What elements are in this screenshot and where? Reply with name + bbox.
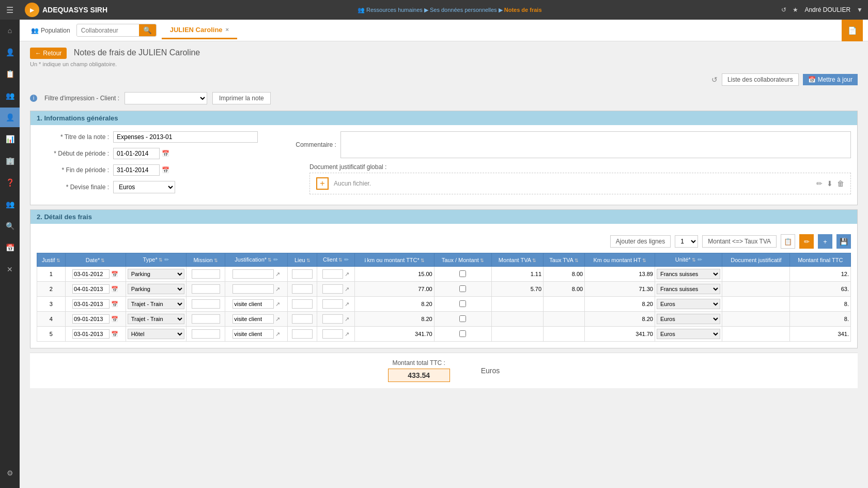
tab-close-button[interactable]: × xyxy=(226,26,229,33)
cell-lieu xyxy=(288,312,317,327)
sidebar-item-hr[interactable]: 👤 xyxy=(0,108,20,127)
cell-doc xyxy=(722,282,790,297)
cell-km-ttc: 8.20 xyxy=(354,312,434,327)
back-button[interactable]: ← Retour xyxy=(30,48,67,59)
cell-justification: ↗ xyxy=(225,267,288,282)
logo-icon: ▶ xyxy=(25,3,39,17)
edit-icon-button[interactable]: ✏ xyxy=(799,234,814,249)
link-icon[interactable]: ↗ xyxy=(275,316,280,322)
sidebar-item-users[interactable]: 👥 xyxy=(0,194,20,214)
cell-date: 📅 xyxy=(65,297,126,312)
list-collaborateurs-button[interactable]: Liste des collaborateurs xyxy=(722,73,799,86)
link-icon[interactable]: ↗ xyxy=(275,331,280,337)
page-title: Notes de frais de JULIEN Caroline xyxy=(74,48,200,57)
client-link-icon[interactable]: ↗ xyxy=(345,316,349,322)
link-icon[interactable]: ↗ xyxy=(275,301,280,307)
breadcrumb-part2[interactable]: Ses données personnelles xyxy=(430,7,497,13)
menu-button[interactable]: ☰ xyxy=(0,0,20,20)
cell-unite: Euros Euros Francs suisses xyxy=(655,327,722,342)
sidebar-item-search[interactable]: 🔍 xyxy=(0,216,20,236)
history-icon[interactable]: ↺ xyxy=(781,6,786,13)
user-menu[interactable]: André DOULIER xyxy=(804,6,850,13)
calendar-check-icon: 📅 xyxy=(808,76,816,83)
cell-taux-montant xyxy=(434,312,491,327)
row-cal-icon[interactable]: 📅 xyxy=(111,316,118,322)
action-icon: 📄 xyxy=(848,26,857,35)
client-link-icon[interactable]: ↗ xyxy=(345,271,349,277)
sidebar-item-tools[interactable]: ✕ xyxy=(0,260,20,279)
sidebar-item-help[interactable]: ❓ xyxy=(0,173,20,192)
debut-calendar-icon[interactable]: 📅 xyxy=(162,150,169,157)
user-dropdown-icon[interactable]: ▼ xyxy=(857,6,863,13)
fin-input[interactable] xyxy=(113,164,160,176)
debut-input[interactable] xyxy=(113,148,160,159)
sidebar-item-calendar[interactable]: 📅 xyxy=(0,238,20,257)
search-input[interactable] xyxy=(77,25,139,36)
refresh-icon[interactable]: ↺ xyxy=(711,75,718,84)
sidebar-item-team[interactable]: 👥 xyxy=(0,86,20,105)
upload-plus-button[interactable]: + xyxy=(316,177,329,190)
total-value: 433.54 xyxy=(388,369,450,382)
client-link-icon[interactable]: ↗ xyxy=(345,286,349,292)
debut-label: * Début de période : xyxy=(37,150,109,157)
sidebar-item-docs[interactable]: 📋 xyxy=(0,64,20,84)
fin-calendar-icon[interactable]: 📅 xyxy=(162,166,169,174)
currency-display: Euros xyxy=(481,367,500,375)
update-button[interactable]: 📅 Mettre à jour xyxy=(803,74,858,85)
expense-table: Justif⇅ Date*⇅ Type*⇅ ✏ Mission⇅ Justifi… xyxy=(37,253,851,342)
download-doc-icon[interactable]: ⬇ xyxy=(827,179,833,188)
th-km-ttc: ℹkm ou montant TTC*⇅ xyxy=(354,253,434,267)
cell-km-ht: 8.20 xyxy=(585,297,655,312)
print-button[interactable]: Imprimer la note xyxy=(212,92,271,104)
fin-label: * Fin de période : xyxy=(37,166,109,174)
titre-input[interactable] xyxy=(113,131,258,143)
add-icon-button[interactable]: + xyxy=(818,234,832,249)
th-taux-tva: Taux TVA⇅ xyxy=(544,253,585,267)
page-toolbar: ↺ Liste des collaborateurs 📅 Mettre à jo… xyxy=(20,71,868,88)
link-icon[interactable]: ↗ xyxy=(275,271,280,277)
link-icon[interactable]: ↗ xyxy=(275,286,280,292)
client-link-icon[interactable]: ↗ xyxy=(345,331,349,337)
main-area: ▶ ADEQUASYS SIRH 👥 Ressources humaines ▶… xyxy=(20,0,868,488)
row-cal-icon[interactable]: 📅 xyxy=(111,331,118,337)
row-cal-icon[interactable]: 📅 xyxy=(111,271,118,277)
delete-doc-icon[interactable]: 🗑 xyxy=(837,179,844,188)
lines-count-select[interactable]: 1 2 5 xyxy=(675,235,698,248)
doc-action-icons: ✏ ⬇ 🗑 xyxy=(816,179,844,188)
sidebar-item-settings[interactable]: ⚙ xyxy=(0,463,20,483)
cell-mission xyxy=(186,327,225,342)
sidebar-item-profile[interactable]: 👤 xyxy=(0,42,20,62)
star-icon[interactable]: ★ xyxy=(793,6,798,13)
cell-date: 📅 xyxy=(65,327,126,342)
breadcrumb-part1[interactable]: Ressources humaines xyxy=(366,7,423,13)
tab-julien-caroline[interactable]: JULIEN Caroline × xyxy=(162,22,237,39)
right-action-icon[interactable]: 📄 xyxy=(842,20,863,41)
export-icon-button[interactable]: 📋 xyxy=(781,234,795,249)
montant-tva-button[interactable]: Montant <=> Taux TVA xyxy=(702,235,777,248)
sidebar-item-reports[interactable]: 📊 xyxy=(0,129,20,149)
population-button[interactable]: 👥 Population xyxy=(25,24,76,37)
topbar-actions: ↺ ★ André DOULIER ▼ xyxy=(781,6,863,13)
cell-justification: ↗ xyxy=(225,282,288,297)
th-taux-montant: Taux / Montant⇅ xyxy=(434,253,491,267)
cell-montant-tva xyxy=(491,297,543,312)
row-cal-icon[interactable]: 📅 xyxy=(111,301,118,307)
filter-client-select[interactable] xyxy=(125,92,207,104)
client-link-icon[interactable]: ↗ xyxy=(345,301,349,307)
section1-body: * Titre de la note : * Début de période … xyxy=(30,125,857,205)
search-button[interactable]: 🔍 xyxy=(139,24,156,36)
table-row: 2 📅 Parking Parking Trajet - Train Hôtel… xyxy=(37,282,851,297)
th-montant-final: Montant final TTC xyxy=(790,253,851,267)
comment-textarea[interactable] xyxy=(340,131,851,158)
add-lines-button[interactable]: Ajouter des lignes xyxy=(610,235,671,248)
sidebar-item-home[interactable]: ⌂ xyxy=(0,21,20,40)
section-informations-generales: 1. Informations générales * Titre de la … xyxy=(30,111,858,205)
devise-select[interactable]: Euros Francs suisses Dollars xyxy=(113,181,175,193)
search-box: 🔍 xyxy=(76,24,157,37)
tools-icon: ✕ xyxy=(7,265,13,273)
row-cal-icon[interactable]: 📅 xyxy=(111,286,118,292)
save-icon-button[interactable]: 💾 xyxy=(836,234,851,249)
sidebar-item-company[interactable]: 🏢 xyxy=(0,151,20,171)
cell-montant-final: 8. xyxy=(790,297,851,312)
edit-doc-icon[interactable]: ✏ xyxy=(816,179,823,188)
